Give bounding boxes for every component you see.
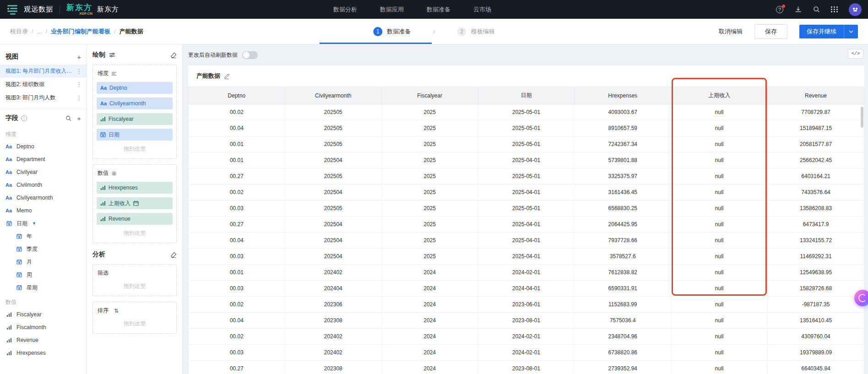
field-item[interactable]: AaDepartment bbox=[0, 153, 87, 166]
bar-chart-icon bbox=[5, 325, 13, 330]
field-item[interactable]: Hrexpenses bbox=[0, 347, 87, 359]
table-cell: 2023-08-01 bbox=[478, 313, 575, 329]
table-cell: 2025-05-01 bbox=[478, 136, 575, 152]
apps-grid-icon[interactable] bbox=[830, 5, 839, 14]
table-cell: null bbox=[671, 361, 768, 374]
notification-dot bbox=[782, 5, 785, 8]
measure-settings-gear-icon[interactable] bbox=[111, 171, 117, 176]
pill-上期收入[interactable]: 上期收入 bbox=[97, 197, 173, 209]
edit-title-pencil-icon[interactable] bbox=[224, 73, 230, 79]
more-options-icon[interactable]: ⋮ bbox=[73, 68, 82, 75]
nav-data-apps[interactable]: 数据应用 bbox=[380, 5, 404, 14]
guandata-logo-icon[interactable] bbox=[6, 5, 18, 15]
field-item[interactable]: AaMemo bbox=[0, 204, 87, 217]
field-item[interactable]: Fiscalmonth bbox=[0, 321, 87, 334]
code-view-button[interactable]: </> bbox=[848, 49, 863, 59]
column-header[interactable]: Civilyearmonth bbox=[285, 87, 381, 104]
nav-data-analysis[interactable]: 数据分析 bbox=[333, 5, 357, 14]
save-options-caret-icon[interactable] bbox=[844, 25, 858, 38]
field-item[interactable]: AaCivilmonth bbox=[0, 179, 87, 191]
cancel-edit-button[interactable]: 取消编辑 bbox=[719, 27, 743, 36]
field-item[interactable]: 周 bbox=[0, 268, 87, 281]
field-item[interactable]: 日期▼ bbox=[0, 217, 87, 230]
add-field-icon[interactable]: + bbox=[77, 114, 81, 122]
info-icon[interactable]: i bbox=[21, 115, 27, 121]
table-cell: 202402 bbox=[285, 265, 381, 281]
field-item[interactable]: AaCivilyear bbox=[0, 166, 87, 179]
avatar[interactable] bbox=[849, 3, 862, 16]
column-header[interactable]: 上期收入 bbox=[671, 87, 768, 104]
view-item[interactable]: 视图2: 组织数据⋮ bbox=[0, 78, 87, 91]
search-icon[interactable] bbox=[812, 5, 820, 14]
column-header[interactable]: Fiscalyear bbox=[381, 87, 478, 104]
pill-revenue[interactable]: Revenue bbox=[97, 213, 173, 225]
view-item[interactable]: 视图1: 每月部门月度收入及...⋮ bbox=[0, 65, 87, 78]
field-item[interactable]: Revenue bbox=[0, 334, 87, 347]
field-item[interactable]: AaCivilyearmonth bbox=[0, 191, 87, 204]
column-header[interactable]: 日期 bbox=[478, 87, 575, 104]
ai-assistant-floating-button[interactable] bbox=[854, 290, 868, 306]
column-header[interactable]: Deptno bbox=[189, 87, 285, 104]
field-item[interactable]: 星期 bbox=[0, 281, 87, 294]
auto-refresh-toggle[interactable] bbox=[242, 51, 258, 59]
nav-data-prep[interactable]: 数据准备 bbox=[427, 5, 450, 14]
table-cell: null bbox=[671, 168, 768, 184]
view-item[interactable]: 视图3: 部门月均人数⋮ bbox=[0, 91, 87, 104]
download-icon[interactable] bbox=[794, 5, 802, 14]
table-cell: 00.02 bbox=[189, 297, 285, 313]
draw-dimensions-dropzone[interactable]: 维度 AaDeptnoAaCivilyearmonthFiscalyear日期 … bbox=[92, 65, 177, 159]
step-template-edit[interactable]: 2 模板编辑 bbox=[457, 27, 495, 36]
dimension-order-icon[interactable] bbox=[111, 71, 117, 76]
draw-measures-dropzone[interactable]: 数值 Hrexpenses上期收入Revenue 拖到这里 bbox=[92, 164, 177, 243]
table-scrollbar-thumb[interactable] bbox=[861, 107, 863, 128]
nav-cloud-market[interactable]: 云市场 bbox=[473, 5, 491, 14]
field-search-icon[interactable] bbox=[65, 115, 71, 121]
brand-name[interactable]: 观远数据 bbox=[24, 5, 53, 14]
table-cell: -987187.35 bbox=[768, 297, 864, 313]
field-item[interactable]: AaDeptno bbox=[0, 140, 87, 153]
pill-label: Hrexpenses bbox=[108, 184, 138, 191]
table-cell: null bbox=[671, 249, 768, 265]
table-cell: 202404 bbox=[285, 281, 381, 297]
save-and-continue-button[interactable]: 保存并继续 bbox=[799, 25, 844, 38]
more-options-icon[interactable]: ⋮ bbox=[73, 94, 82, 101]
add-view-icon[interactable]: + bbox=[77, 53, 81, 61]
pill-hrexpenses[interactable]: Hrexpenses bbox=[97, 182, 173, 194]
pill-civilyearmonth[interactable]: AaCivilyearmonth bbox=[97, 98, 173, 109]
field-name: Civilmonth bbox=[16, 182, 42, 188]
save-button[interactable]: 保存 bbox=[754, 24, 787, 39]
breadcrumb-root[interactable]: 根目录 bbox=[10, 27, 28, 36]
field-item[interactable]: 季度 bbox=[0, 243, 87, 255]
sort-label: 排序 bbox=[98, 307, 108, 314]
column-header[interactable]: Hrexpenses bbox=[575, 87, 671, 104]
table-cell: 202504 bbox=[285, 249, 381, 265]
table-cell: 00.03 bbox=[189, 249, 285, 265]
pill-fiscalyear[interactable]: Fiscalyear bbox=[97, 113, 173, 125]
pill-deptno[interactable]: AaDeptno bbox=[97, 82, 173, 94]
sort-dropzone[interactable]: 排序 ⇅ 拖到这里 bbox=[92, 302, 177, 334]
field-item[interactable]: Fiscalyear bbox=[0, 308, 87, 321]
field-name: 年 bbox=[27, 233, 32, 240]
filter-dropzone[interactable]: 筛选 拖到这里 bbox=[92, 264, 177, 296]
field-item[interactable]: 年 bbox=[0, 230, 87, 243]
field-item[interactable]: 月 bbox=[0, 255, 87, 268]
pill-日期[interactable]: 日期 bbox=[97, 129, 173, 141]
column-header[interactable]: Revenue bbox=[768, 87, 864, 104]
fields-panel-title: 字段 bbox=[5, 114, 18, 122]
clear-draw-eraser-icon[interactable] bbox=[170, 52, 177, 58]
draw-panel-title: 绘制 bbox=[92, 51, 105, 59]
breadcrumb-ellipsis[interactable]: ... bbox=[37, 28, 42, 35]
table-row: 00.2720250520252025-05-013325375.97null6… bbox=[189, 168, 864, 184]
clear-analysis-eraser-icon[interactable] bbox=[170, 252, 177, 258]
draw-settings-icon[interactable] bbox=[109, 52, 115, 58]
table-cell: 2025-05-01 bbox=[478, 120, 575, 136]
topbar: 观远数据 新东方 XDF.CN 新东方 数据分析 数据应用 数据准备 云市场 ? bbox=[0, 0, 868, 19]
step-data-prep[interactable]: 1 数据准备 bbox=[373, 27, 411, 36]
breadcrumb-parent-link[interactable]: 业务部门编制产能看板 bbox=[51, 27, 110, 36]
help-icon[interactable]: ? bbox=[776, 5, 784, 14]
more-options-icon[interactable]: ⋮ bbox=[73, 81, 82, 88]
field-name: Memo bbox=[16, 207, 32, 214]
chevron-down-icon[interactable]: ▼ bbox=[32, 221, 36, 226]
divider bbox=[60, 5, 60, 14]
field-name: Hrexpenses bbox=[16, 350, 46, 356]
